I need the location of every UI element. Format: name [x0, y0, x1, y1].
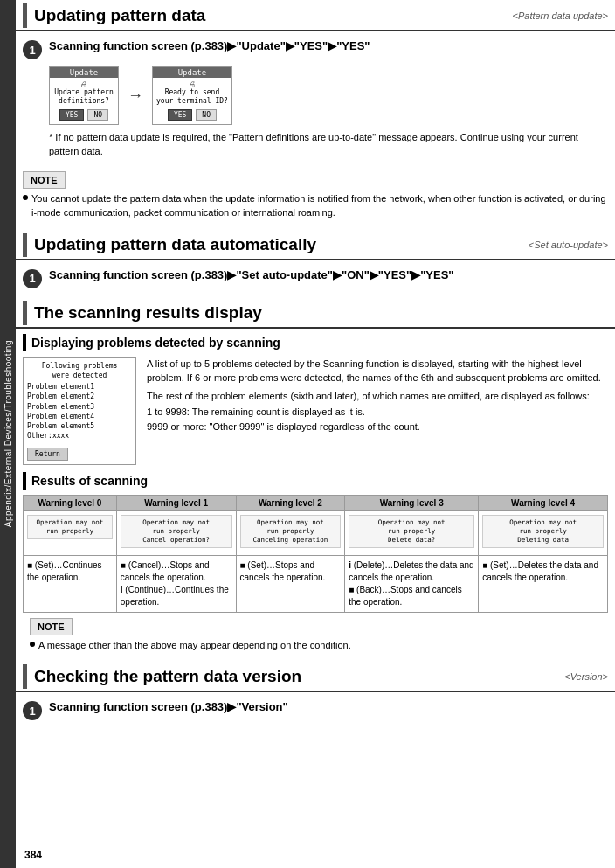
step-text-auto-1: Scanning function screen (p.383)▶"Set au…: [49, 267, 453, 283]
screen-title-1: Update: [50, 67, 118, 78]
scan-screen-3: Operation may notrun properlyDelete data…: [349, 515, 474, 547]
section-bar-scanning: [23, 301, 27, 325]
action-square-1a: ■: [121, 560, 126, 570]
btn-row-1: YES NO: [53, 109, 114, 121]
screen-title-2: Update: [153, 67, 231, 78]
section-header-auto: Updating pattern data automatically <Set…: [16, 229, 615, 260]
screen-cell-4: Operation may notrun properlyDeleting da…: [479, 511, 608, 555]
bullet-dot-2: [30, 642, 35, 647]
problems-screen-title: Following problemswere detected: [27, 361, 132, 380]
screen-cell-1: Operation may notrun properlyCancel oper…: [116, 511, 236, 555]
side-label-text: Appendix/External Devices/Troubleshootin…: [3, 340, 13, 527]
btn-yes-1[interactable]: YES: [59, 109, 84, 121]
section-title-scanning: The scanning results display: [34, 303, 608, 323]
subsection-bar-results: [23, 472, 26, 490]
step-text-1: Scanning function screen (p.383)▶"Update…: [49, 38, 370, 54]
main-content: Updating pattern data <Pattern data upda…: [16, 0, 615, 868]
col-header-0: Warning level 0: [24, 496, 117, 511]
section-tag-version: <Version>: [564, 671, 608, 682]
action-square-4: ■: [482, 560, 487, 570]
return-btn-wrap: Return: [27, 444, 132, 461]
problems-desc-p3: 1 to 9998: The remaining count is displa…: [147, 405, 608, 420]
subsection-results-scanning: Results of scanning Warning level 0 Warn…: [16, 472, 615, 652]
btn-yes-2[interactable]: YES: [168, 109, 192, 121]
screen-cell-3: Operation may notrun properlyDelete data…: [345, 511, 479, 555]
section-header-updating: Updating pattern data <Pattern data upda…: [16, 0, 615, 31]
arrow-symbol: →: [128, 87, 143, 105]
note-label-2: NOTE: [30, 618, 73, 635]
action-square-3a: i: [349, 560, 351, 570]
subsection-title-results: Results of scanning: [31, 474, 148, 488]
problems-desc-p2: The rest of the problem elements (sixth …: [147, 389, 608, 404]
action-cell-1: ■ (Cancel)…Stops and cancels the operati…: [116, 555, 236, 612]
problems-element-1: Problem element1: [27, 382, 132, 392]
section-updating-pattern-data: Updating pattern data <Pattern data upda…: [16, 0, 615, 220]
subsection-bar-problems: [23, 334, 26, 351]
action-cell-3: i (Delete)…Deletes the data and cancels …: [345, 555, 479, 612]
step-circle-auto-1: 1: [23, 269, 42, 288]
action-cell-2: ■ (Set)…Stops and cancels the operation.: [236, 555, 345, 612]
screen-icon-2: 🖨: [156, 80, 228, 88]
problems-element-3: Problem element3: [27, 402, 132, 412]
problems-desc-p4: 9999 or more: "Other:9999" is displayed …: [147, 420, 608, 434]
problems-screen-wrap: Following problemswere detected Problem …: [23, 357, 136, 466]
step-1-updating: 1 Scanning function screen (p.383)▶"Upda…: [16, 38, 615, 59]
section-bar-auto: [23, 233, 27, 257]
action-cell-4: ■ (Set)…Deletes the data and cancels the…: [479, 555, 608, 612]
table-row-actions: ■ (Set)…Continues the operation. ■ (Canc…: [24, 555, 608, 612]
note-content-2: A message other than the above may appea…: [30, 638, 601, 653]
action-square-1b: i: [121, 585, 123, 594]
scan-screen-0: Operation may notrun properly: [27, 515, 113, 539]
section-header-version: Checking the pattern data version <Versi…: [16, 661, 615, 692]
col-header-3: Warning level 3: [345, 496, 479, 511]
subsection-displaying-problems: Displaying problems detected by scanning…: [16, 334, 615, 466]
col-header-1: Warning level 1: [116, 496, 236, 511]
problems-screen: Following problemswere detected Problem …: [23, 357, 136, 466]
side-label: Appendix/External Devices/Troubleshootin…: [0, 0, 16, 868]
action-square-2: ■: [240, 560, 245, 570]
page-number: 384: [24, 849, 42, 861]
col-header-2: Warning level 2: [236, 496, 345, 511]
screens-row: Update 🖨 Update patterndefinitions? YES …: [42, 66, 615, 125]
asterisk-note: * If no pattern data update is required,…: [49, 130, 608, 159]
section-title-updating: Updating pattern data: [34, 6, 513, 25]
section-tag-auto: <Set auto-update>: [529, 240, 608, 250]
note-bullet-text-1: You cannot update the pattern data when …: [31, 191, 608, 220]
section-title-auto: Updating pattern data automatically: [34, 235, 529, 254]
section-bar-version: [23, 664, 27, 689]
screen-text-1: Update patterndefinitions?: [53, 88, 114, 107]
step-1-auto: 1 Scanning function screen (p.383)▶"Set …: [16, 267, 615, 288]
subsection-title-problems: Displaying problems detected by scanning: [31, 336, 280, 350]
problems-row: Following problemswere detected Problem …: [23, 357, 608, 466]
step-text-version-1: Scanning function screen (p.383)▶"Versio…: [49, 699, 288, 715]
btn-no-2[interactable]: NO: [196, 109, 217, 121]
screen-cell-0: Operation may notrun properly: [24, 511, 117, 555]
subsection-header-results: Results of scanning: [23, 472, 608, 490]
note-label-1: NOTE: [23, 171, 66, 189]
problems-other: Other:xxxx: [27, 431, 132, 441]
section-title-version: Checking the pattern data version: [34, 667, 564, 686]
scan-screen-2: Operation may notrun properlyCanceling o…: [240, 515, 342, 547]
section-checking-version: Checking the pattern data version <Versi…: [16, 661, 615, 720]
screen-text-2: Ready to sendyour terminal ID?: [156, 88, 228, 107]
screen-cell-2: Operation may notrun properlyCanceling o…: [236, 511, 345, 555]
section-updating-auto: Updating pattern data automatically <Set…: [16, 229, 615, 288]
step-circle-version-1: 1: [23, 701, 42, 720]
step-circle-1: 1: [23, 40, 42, 59]
section-scanning-results: The scanning results display Displaying …: [16, 297, 615, 652]
problems-desc-p1: A list of up to 5 problems detected by t…: [147, 357, 608, 385]
btn-no-1[interactable]: NO: [87, 109, 108, 121]
screen-icon-1: 🖨: [53, 80, 114, 88]
step-1-version: 1 Scanning function screen (p.383)▶"Vers…: [16, 699, 615, 720]
note-content-1: You cannot update the pattern data when …: [23, 191, 608, 220]
section-tag-updating: <Pattern data update>: [513, 10, 608, 21]
results-table: Warning level 0 Warning level 1 Warning …: [23, 495, 608, 612]
asterisk-text: * If no pattern data update is required,…: [49, 132, 578, 157]
return-btn[interactable]: Return: [27, 448, 68, 461]
problems-element-4: Problem element4: [27, 412, 132, 421]
scan-screen-1: Operation may notrun properlyCancel oper…: [121, 515, 232, 547]
section-bar: [23, 3, 27, 28]
action-cell-0: ■ (Set)…Continues the operation.: [24, 555, 117, 612]
ui-screen-2: Update 🖨 Ready to sendyour terminal ID? …: [152, 66, 232, 125]
table-header-row: Warning level 0 Warning level 1 Warning …: [24, 496, 608, 511]
